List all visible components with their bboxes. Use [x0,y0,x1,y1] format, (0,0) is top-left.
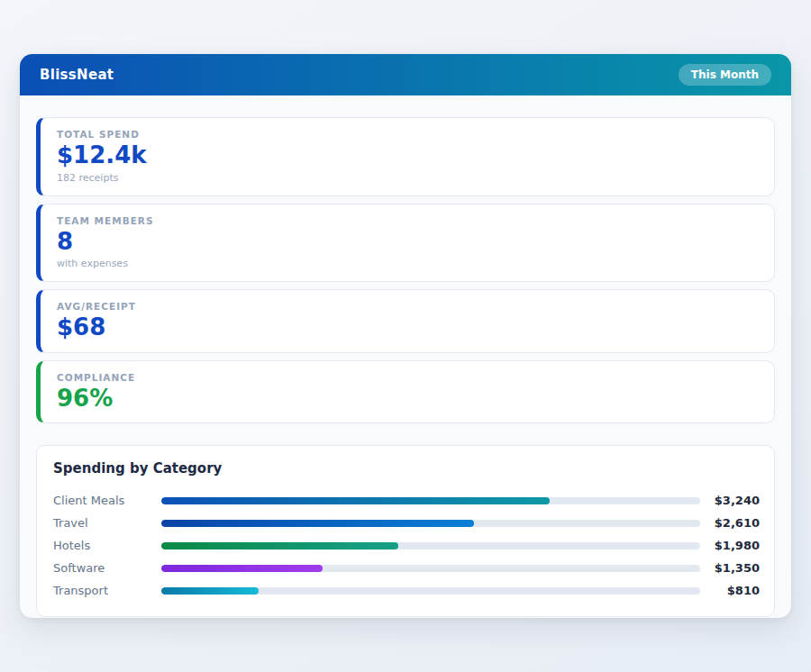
period-badge[interactable]: This Month [679,64,771,86]
chart-title: Spending by Category [53,460,760,477]
spending-by-category-chart: Spending by Category Client Meals $3,240… [36,445,775,617]
category-label: Client Meals [51,494,161,507]
chart-row-client-meals: Client Meals $3,240 [51,489,760,512]
bar-track [161,497,700,504]
stat-label: TEAM MEMBERS [57,215,758,226]
chart-row-travel: Travel $2,610 [51,512,760,534]
category-value: $1,980 [700,539,760,552]
stat-value: $68 [57,314,758,341]
category-value: $2,610 [700,516,760,530]
category-label: Hotels [51,539,161,552]
stat-value: $12.4k [57,142,758,168]
category-value: $3,240 [700,494,760,507]
stat-label: TOTAL SPEND [57,129,758,140]
stat-label: COMPLIANCE [57,372,758,383]
stat-card-compliance: COMPLIANCE 96% [36,360,775,424]
bar-fill [161,587,259,595]
stat-card-avg-receipt: AVG/RECEIPT $68 [36,289,775,353]
stat-value: 96% [57,386,758,412]
bar-fill [161,520,474,527]
stat-value: 8 [57,229,758,255]
category-value: $810 [700,584,760,597]
bar-track [161,542,700,549]
stat-card-total-spend: TOTAL SPEND $12.4k 182 receipts [36,117,775,196]
dashboard-panel: BlissNeat This Month TOTAL SPEND $12.4k … [20,54,791,618]
category-label: Software [51,561,161,575]
bar-fill [161,565,323,572]
stat-card-team-members: TEAM MEMBERS 8 with expenses [36,204,775,283]
bar-fill [161,497,550,504]
app-header: BlissNeat This Month [20,54,791,95]
bar-fill [161,542,398,549]
chart-row-software: Software $1,350 [51,557,760,579]
stat-subtext: 182 receipts [57,172,758,184]
bar-track [161,565,700,572]
dashboard-content: TOTAL SPEND $12.4k 182 receipts TEAM MEM… [20,95,791,618]
stat-subtext: with expenses [57,258,758,269]
stat-label: AVG/RECEIPT [57,301,758,312]
category-label: Transport [51,584,161,597]
bar-track [161,587,700,595]
bar-track [161,520,700,527]
chart-row-transport: Transport $810 [51,579,760,602]
chart-row-hotels: Hotels $1,980 [51,534,760,557]
category-value: $1,350 [700,561,760,575]
category-label: Travel [51,516,161,530]
app-title: BlissNeat [40,67,114,83]
